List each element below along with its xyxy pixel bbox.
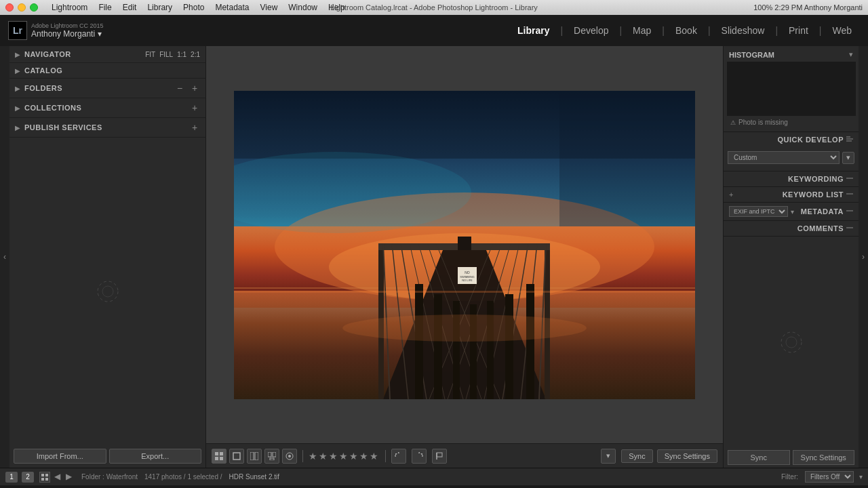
right-panel-collapse[interactable]: › xyxy=(859,46,868,468)
next-arrow[interactable]: ▶ xyxy=(64,472,73,483)
menu-view[interactable]: View xyxy=(260,3,278,12)
nav-fill[interactable]: FILL xyxy=(159,51,173,58)
user-info: Adobe Lightroom CC 2015 Anthony Morganti… xyxy=(31,22,104,39)
sync-settings-button[interactable]: Sync Settings xyxy=(657,449,717,463)
metadata-preset-select[interactable]: EXIF and IPTC xyxy=(729,206,788,217)
rotate-left-button[interactable] xyxy=(391,449,406,464)
folders-plus[interactable]: + xyxy=(189,83,200,94)
prev-arrow[interactable]: ◀ xyxy=(53,472,62,483)
publish-services-toggle[interactable]: ▶ xyxy=(15,124,20,131)
folders-header[interactable]: ▶ Folders − + xyxy=(9,79,205,98)
grid-toggle[interactable] xyxy=(39,472,50,483)
catalog-header[interactable]: ▶ Catalog xyxy=(9,63,205,78)
quick-develop-section: Quick Develop Custom ▾ xyxy=(724,132,859,171)
import-button[interactable]: Import From... xyxy=(14,449,106,464)
module-tabs[interactable]: Library | Develop | Map | Book | Slidesh… xyxy=(509,22,860,39)
tab-print[interactable]: Print xyxy=(781,22,816,39)
publish-services-header[interactable]: ▶ Publish Services + xyxy=(9,118,205,137)
maximize-button[interactable] xyxy=(30,3,38,12)
tab-map[interactable]: Map xyxy=(625,22,659,39)
flag-button[interactable] xyxy=(432,449,447,464)
star-rating[interactable]: ★★★★★★★ xyxy=(309,451,380,462)
svg-rect-50 xyxy=(268,452,271,457)
metadata-icon xyxy=(846,207,853,216)
window-title: Lightroom Catalog.lrcat - Adobe Photosho… xyxy=(330,3,538,12)
keywording-header[interactable]: Keywording xyxy=(724,171,859,186)
menu-bar[interactable]: Lightroom File Edit Library Photo Metada… xyxy=(52,3,345,12)
comments-icon xyxy=(846,224,853,232)
svg-rect-48 xyxy=(250,452,254,460)
filmstrip-scroll-area: ◀ □2□□2□□ ▶ xyxy=(0,485,868,488)
menu-edit[interactable]: Edit xyxy=(123,3,137,12)
preset-select[interactable]: Custom xyxy=(728,151,840,164)
tab-book[interactable]: Book xyxy=(667,22,705,39)
window-controls[interactable] xyxy=(5,3,38,12)
minimize-button[interactable] xyxy=(18,3,26,12)
page-num-2[interactable]: 2 xyxy=(22,472,34,483)
preset-apply-button[interactable]: ▾ xyxy=(842,152,854,164)
menu-library[interactable]: Library xyxy=(147,3,172,12)
export-button[interactable]: Export... xyxy=(109,449,202,464)
navigator-label: Navigator xyxy=(24,50,145,58)
publish-services-plus[interactable]: + xyxy=(189,122,200,133)
catalog-toggle[interactable]: ▶ xyxy=(15,67,20,75)
nav-fit[interactable]: FIT xyxy=(145,51,155,58)
svg-point-54 xyxy=(288,455,291,458)
svg-rect-43 xyxy=(215,452,218,455)
svg-rect-52 xyxy=(270,458,274,460)
comments-header[interactable]: Comments xyxy=(724,221,859,236)
keyword-list-plus-icon[interactable]: + xyxy=(729,190,733,199)
grid-view-button[interactable] xyxy=(212,449,226,464)
histogram-dropdown[interactable]: ▾ xyxy=(849,50,853,59)
nav-1to1[interactable]: 1:1 xyxy=(177,51,186,58)
svg-rect-31 xyxy=(415,284,423,399)
tab-web[interactable]: Web xyxy=(824,22,860,39)
collections-toggle[interactable]: ▶ xyxy=(15,104,20,112)
main-image-container[interactable]: NO SWIMMING NO LIFE xyxy=(206,46,723,443)
folders-section: ▶ Folders − + xyxy=(9,79,205,98)
more-options-button[interactable]: ▾ xyxy=(601,449,616,464)
menu-metadata[interactable]: Metadata xyxy=(215,3,249,12)
tab-library[interactable]: Library xyxy=(509,22,557,39)
histogram-title: Histogram xyxy=(729,51,774,59)
metadata-header[interactable]: EXIF and IPTC ▾ Metadata xyxy=(724,203,859,220)
filmstrip-filter-label: Filter: xyxy=(781,473,798,481)
right-sync-settings-button[interactable]: Sync Settings xyxy=(793,450,855,465)
loupe-view-button[interactable] xyxy=(229,449,244,464)
collections-header[interactable]: ▶ Collections + xyxy=(9,98,205,117)
page-num-1[interactable]: 1 xyxy=(5,472,18,483)
menu-photo[interactable]: Photo xyxy=(183,3,204,12)
right-sync-button[interactable]: Sync xyxy=(728,450,790,465)
nav-2to1[interactable]: 2:1 xyxy=(191,51,200,58)
tab-develop[interactable]: Develop xyxy=(566,22,616,39)
filter-dropdown[interactable]: ▾ xyxy=(859,473,863,481)
svg-rect-46 xyxy=(220,457,223,460)
menu-window[interactable]: Window xyxy=(288,3,317,12)
navigator-toggle[interactable]: ▶ xyxy=(15,51,20,58)
folders-minus[interactable]: − xyxy=(174,83,185,94)
collections-plus[interactable]: + xyxy=(189,102,200,113)
filter-select[interactable]: Filters Off xyxy=(805,471,854,483)
lr-logo-icon: Lr xyxy=(8,21,27,40)
filmstrip-toolbar: 1 2 ◀ ▶ Folder : Waterfront 1417 photos … xyxy=(0,468,868,485)
navigator-header[interactable]: ▶ Navigator FIT FILL 1:1 2:1 xyxy=(9,46,205,62)
rotate-right-button[interactable] xyxy=(412,449,427,464)
left-panel-collapse[interactable]: ‹ xyxy=(0,46,9,468)
menu-lightroom[interactable]: Lightroom xyxy=(52,3,87,12)
tab-slideshow[interactable]: Slideshow xyxy=(713,22,773,39)
live-view-button[interactable] xyxy=(282,449,297,464)
svg-marker-55 xyxy=(395,453,397,455)
toolbar-separator-1 xyxy=(302,450,303,462)
keyword-list-header[interactable]: + Keyword List xyxy=(724,187,859,202)
user-name[interactable]: Anthony Morganti ▾ xyxy=(31,29,104,39)
survey-view-button[interactable] xyxy=(264,449,279,464)
quick-develop-header[interactable]: Quick Develop xyxy=(724,132,859,147)
sync-button[interactable]: Sync xyxy=(621,449,652,463)
compare-view-button[interactable] xyxy=(247,449,262,464)
catalog-label: Catalog xyxy=(24,66,200,75)
quick-develop-icon xyxy=(846,136,853,144)
menu-file[interactable]: File xyxy=(98,3,111,12)
close-button[interactable] xyxy=(5,3,14,12)
folders-toggle[interactable]: ▶ xyxy=(15,85,20,92)
user-dropdown-icon[interactable]: ▾ xyxy=(98,29,102,39)
